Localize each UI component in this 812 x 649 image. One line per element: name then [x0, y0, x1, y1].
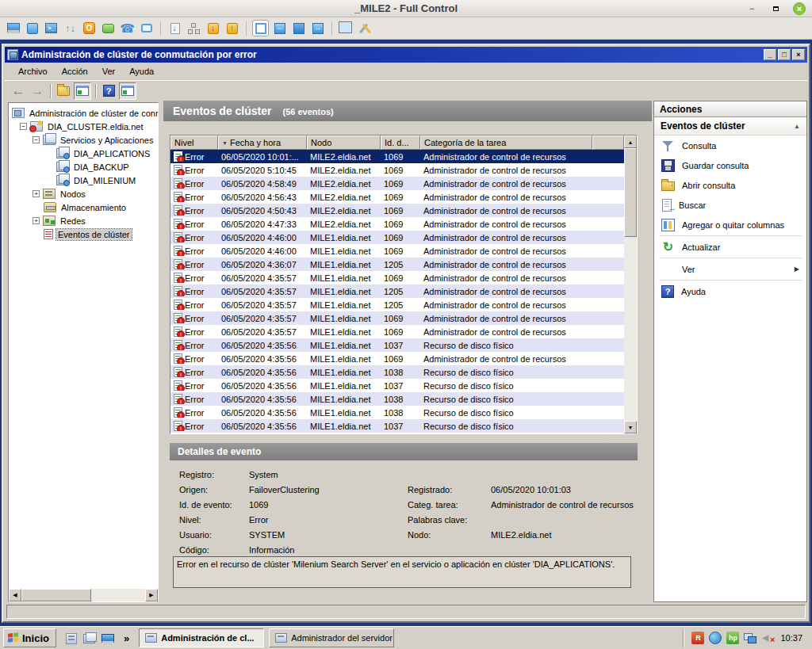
table-row[interactable]: Error 06/05/2020 4:56:43 MILE2.eldia.net… [170, 190, 624, 204]
scroll-down-button[interactable]: ▼ [624, 421, 637, 433]
box-download-icon[interactable]: ↓ [205, 20, 221, 36]
vnc-minimize-button[interactable]: − [745, 2, 758, 15]
app-maximize-button[interactable]: □ [778, 49, 791, 60]
table-row[interactable]: Error 06/05/2020 4:35:57 MILE1.eldia.net… [170, 311, 624, 325]
action-pane-toggle-button[interactable] [119, 82, 136, 100]
table-row[interactable]: Error 06/05/2020 4:36:07 MILE1.eldia.net… [170, 258, 624, 271]
tree-item-eventos[interactable]: Eventos de clúster [9, 227, 158, 241]
export-list-button[interactable] [55, 82, 72, 100]
tree-item-redes[interactable]: + Redes [9, 214, 158, 227]
action-buscar[interactable]: Buscar [654, 195, 806, 215]
scrollbar-thumb[interactable] [624, 148, 637, 237]
volume-muted-icon[interactable] [761, 632, 774, 644]
table-row[interactable]: Error 06/05/2020 4:35:56 MILE1.eldia.net… [170, 338, 624, 352]
quicklaunch-overflow-chevron[interactable]: » [124, 632, 129, 644]
tree-item-dia-milenium[interactable]: DIA_MILENIUM [9, 174, 158, 187]
show-desktop-icon[interactable] [102, 634, 114, 643]
action-guardar-consulta[interactable]: Guardar consulta [654, 155, 806, 175]
cluster-manager-quicklaunch-icon[interactable] [83, 634, 95, 643]
menu-ver[interactable]: Ver [95, 64, 123, 78]
scrollbar-thumb[interactable] [21, 589, 91, 601]
view-fullscreen-icon[interactable]: ↔ [309, 20, 326, 36]
scroll-up-button[interactable]: ▲ [624, 136, 637, 148]
action-abrir-consulta[interactable]: Abrir consulta [654, 175, 806, 195]
view-solid-icon[interactable] [290, 20, 307, 36]
remote-screen-icon[interactable] [5, 20, 21, 36]
table-row[interactable]: Error 06/05/2020 4:50:43 MILE2.eldia.net… [170, 204, 624, 217]
expand-icon[interactable]: + [33, 217, 40, 224]
table-row[interactable]: Error 06/05/2020 4:46:00 MILE1.eldia.net… [170, 231, 624, 244]
table-row[interactable]: Error 06/05/2020 4:35:56 MILE1.eldia.net… [170, 419, 624, 433]
vnc-server-icon[interactable]: R [691, 632, 704, 644]
forward-button[interactable]: → [29, 82, 46, 100]
settings-tools-icon[interactable] [357, 20, 373, 36]
chat-icon[interactable] [100, 20, 117, 36]
box-upload-icon[interactable]: ↑ [224, 20, 240, 36]
collapse-section-icon[interactable]: ▲ [794, 123, 800, 130]
column-header-nodo[interactable]: Nodo [307, 136, 381, 150]
menu-accion[interactable]: Acción [55, 64, 95, 78]
table-row[interactable]: Error 06/05/2020 4:35:56 MILE1.eldia.net… [170, 352, 624, 365]
windows-switch-icon[interactable]: 2 [338, 20, 354, 36]
scrollbar-track[interactable] [624, 237, 637, 421]
actions-section-header[interactable]: Eventos de clúster ▲ [654, 117, 806, 136]
column-header-id[interactable]: Id. d... [381, 136, 420, 150]
tree-item-cluster[interactable]: − DIA_CLUSTER.eldia.net [9, 120, 158, 133]
view-scaled-icon[interactable]: ⇔ [271, 20, 288, 36]
tree-item-servicios[interactable]: − Servicios y Aplicaciones [9, 133, 158, 147]
console-tree-toggle-button[interactable] [74, 82, 91, 100]
file-download-icon[interactable] [167, 20, 183, 36]
table-row[interactable]: Error 06/05/2020 4:46:00 MILE1.eldia.net… [170, 244, 624, 258]
taskbar-button-server-manager[interactable]: Administrador del servidor [269, 628, 394, 647]
action-agregar-quitar-columnas[interactable]: Agregar o quitar columnas [654, 215, 806, 235]
action-ayuda[interactable]: ? Ayuda [654, 281, 806, 301]
tree-item-nodos[interactable]: + Nodos [9, 187, 158, 200]
network-globe-icon[interactable] [709, 632, 722, 644]
vnc-restore-button[interactable] [769, 2, 782, 15]
expand-icon[interactable]: + [33, 190, 40, 197]
back-button[interactable]: ← [10, 82, 27, 100]
power-icon[interactable]: O [81, 20, 98, 36]
start-button[interactable]: Inicio [3, 628, 56, 647]
menu-ayuda[interactable]: Ayuda [122, 64, 161, 78]
help-button[interactable]: ? [100, 82, 117, 100]
vnc-close-button[interactable]: × [793, 2, 806, 15]
view-normal-icon[interactable] [252, 20, 269, 36]
table-row[interactable]: Error 06/05/2020 4:35:56 MILE1.eldia.net… [170, 392, 624, 406]
action-ver[interactable]: Ver ▶ [654, 259, 806, 279]
call-icon[interactable]: ☎ [119, 20, 136, 36]
hp-agent-icon[interactable]: hp [726, 632, 739, 644]
table-row[interactable]: Error 06/05/2020 4:47:33 MILE2.eldia.net… [170, 217, 624, 231]
action-actualizar[interactable]: ↻ Actualizar [654, 237, 806, 257]
collapse-icon[interactable]: − [33, 136, 40, 143]
scroll-left-button[interactable]: ◀ [9, 589, 21, 601]
table-row[interactable]: Error 06/05/2020 4:35:57 MILE1.eldia.net… [170, 271, 624, 284]
menu-archivo[interactable]: Archivo [11, 64, 55, 78]
table-row[interactable]: Error 06/05/2020 4:58:49 MILE2.eldia.net… [170, 177, 624, 190]
table-row[interactable]: Error 06/05/2020 4:35:57 MILE1.eldia.net… [170, 325, 624, 338]
column-header-categoria[interactable]: Categoría de la tarea [420, 136, 592, 150]
table-vertical-scrollbar[interactable]: ▲ ▼ [624, 136, 637, 433]
terminal-icon[interactable]: >_ [43, 20, 59, 36]
app-close-button[interactable]: × [792, 49, 805, 60]
scroll-right-button[interactable]: ▶ [145, 589, 158, 601]
app-minimize-button[interactable]: _ [764, 49, 776, 60]
cluster-hosts-icon[interactable] [186, 20, 202, 36]
table-row[interactable]: Error 06/05/2020 4:35:57 MILE1.eldia.net… [170, 298, 624, 311]
table-row[interactable]: Error 06/05/2020 10:01:... MILE2.eldia.n… [170, 150, 624, 163]
tree-horizontal-scrollbar[interactable]: ◀ ▶ [9, 589, 158, 601]
tree-item-root[interactable]: Administración de clúster de conmu [9, 106, 158, 120]
column-header-nivel[interactable]: Nivel [170, 136, 218, 150]
tree-item-dia-backup[interactable]: DIA_BACKUP [9, 160, 158, 174]
table-row[interactable]: Error 06/05/2020 5:10:45 MILE2.eldia.net… [170, 163, 624, 177]
server-manager-quicklaunch-icon[interactable] [66, 633, 77, 644]
table-row[interactable]: Error 06/05/2020 4:35:56 MILE1.eldia.net… [170, 379, 624, 392]
message-icon[interactable] [138, 20, 155, 36]
table-row[interactable]: Error 06/05/2020 4:35:56 MILE1.eldia.net… [170, 365, 624, 379]
tree-item-dia-aplications[interactable]: DIA_APLICATIONS [9, 147, 158, 160]
network-connections-icon[interactable] [744, 632, 756, 644]
transfer-arrows-icon[interactable]: ↑↓ [62, 20, 79, 36]
taskbar-button-cluster-manager[interactable]: Administración de cl... [139, 628, 264, 647]
column-header-fecha[interactable]: ▼Fecha y hora [218, 136, 307, 150]
collapse-icon[interactable]: − [20, 123, 27, 130]
